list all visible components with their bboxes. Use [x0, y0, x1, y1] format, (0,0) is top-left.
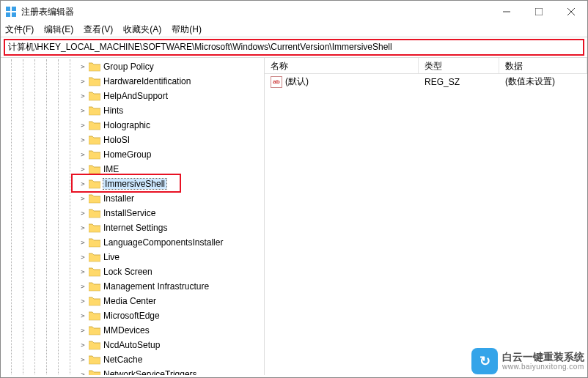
expand-icon[interactable]: >	[78, 341, 87, 349]
expand-icon[interactable]: >	[78, 326, 87, 335]
expand-icon[interactable]: >	[78, 62, 87, 71]
tree-item-label: NetworkServiceTriggers	[103, 369, 197, 375]
tree-item[interactable]: >LanguageComponentsInstaller	[1, 235, 264, 250]
watermark: ↻ 白云一键重装系统 www.baiyunxitong.com	[471, 348, 584, 374]
expand-icon[interactable]: >	[78, 311, 87, 320]
window-title: 注册表编辑器	[21, 6, 490, 18]
tree-item[interactable]: >Management Infrastructure	[1, 279, 264, 294]
tree-item-label: HoloSI	[103, 135, 130, 145]
address-bar-highlight	[4, 39, 584, 56]
expand-icon[interactable]: >	[78, 150, 87, 159]
app-icon	[5, 6, 17, 18]
tree-item[interactable]: >NetworkServiceTriggers	[1, 367, 264, 375]
tree-item[interactable]: >NetCache	[1, 352, 264, 367]
tree-item-label: Installer	[103, 193, 134, 204]
expand-icon[interactable]: >	[78, 136, 87, 144]
expand-icon[interactable]: >	[78, 92, 87, 100]
expand-icon[interactable]: >	[78, 106, 87, 115]
tree-item-label: InstallService	[103, 208, 155, 218]
svg-rect-3	[12, 12, 16, 17]
tree-item[interactable]: >Hints	[1, 103, 264, 118]
tree-item[interactable]: >Lock Screen	[1, 264, 264, 279]
value-row[interactable]: ab (默认) REG_SZ (数值未设置)	[265, 75, 587, 89]
tree-item[interactable]: >Holographic	[1, 118, 264, 133]
minimize-button[interactable]	[490, 1, 523, 23]
svg-rect-0	[6, 7, 10, 11]
value-name: (默认)	[285, 75, 309, 88]
svg-rect-5	[535, 8, 543, 15]
tree-item[interactable]: >Group Policy	[1, 59, 264, 74]
expand-icon[interactable]: >	[78, 238, 87, 247]
expand-icon[interactable]: >	[78, 370, 87, 375]
tree-item-label: LanguageComponentsInstaller	[103, 237, 223, 248]
tree-item[interactable]: >ImmersiveShell	[1, 177, 264, 191]
svg-rect-2	[6, 12, 10, 17]
tree-item[interactable]: >Installer	[1, 191, 264, 206]
expand-icon[interactable]: >	[78, 282, 87, 291]
tree-item-label: Live	[103, 252, 120, 262]
tree-item-label: HomeGroup	[103, 149, 151, 160]
tree-item[interactable]: >HelpAndSupport	[1, 89, 264, 103]
tree-item-label: ImmersiveShell	[103, 179, 166, 189]
values-header: 名称 类型 数据	[265, 58, 587, 74]
tree-item[interactable]: >MicrosoftEdge	[1, 308, 264, 323]
tree-item-label: HardwareIdentification	[103, 76, 191, 86]
expand-icon[interactable]: >	[78, 223, 87, 232]
svg-rect-1	[12, 7, 16, 11]
col-data[interactable]: 数据	[499, 58, 587, 73]
expand-icon[interactable]: >	[78, 165, 87, 174]
menu-help[interactable]: 帮助(H)	[172, 23, 202, 36]
tree-item-label: Group Policy	[103, 62, 154, 72]
expand-icon[interactable]: >	[78, 253, 87, 262]
expand-icon[interactable]: >	[78, 297, 87, 305]
menu-edit[interactable]: 编辑(E)	[44, 23, 73, 36]
expand-icon[interactable]: >	[78, 194, 87, 203]
tree-item[interactable]: >IME	[1, 162, 264, 177]
watermark-badge-icon: ↻	[471, 348, 498, 374]
address-bar[interactable]	[8, 42, 580, 53]
tree-item-label: NetCache	[103, 355, 142, 365]
tree-item-label: HelpAndSupport	[103, 91, 168, 101]
maximize-button[interactable]	[523, 1, 555, 23]
tree-item[interactable]: >Live	[1, 250, 264, 264]
menu-view[interactable]: 查看(V)	[84, 23, 113, 36]
value-type: REG_SZ	[419, 77, 499, 87]
close-button[interactable]	[555, 1, 587, 23]
tree-item-label: Holographic	[103, 120, 150, 130]
value-data: (数值未设置)	[499, 75, 587, 88]
values-pane[interactable]: 名称 类型 数据 ab (默认) REG_SZ (数值未设置) 新建(N) ▶	[265, 58, 587, 375]
tree-item[interactable]: >Internet Settings	[1, 220, 264, 235]
tree-item[interactable]: >HardwareIdentification	[1, 74, 264, 89]
tree-item-label: Media Center	[103, 296, 156, 306]
expand-icon[interactable]: >	[78, 179, 87, 188]
tree-item[interactable]: >HomeGroup	[1, 147, 264, 162]
tree-item-label: IME	[103, 164, 119, 174]
tree-item[interactable]: >MMDevices	[1, 323, 264, 338]
string-value-icon: ab	[271, 76, 282, 88]
tree-item[interactable]: >HoloSI	[1, 133, 264, 147]
tree-item-label: NcdAutoSetup	[103, 340, 160, 350]
tree-item-label: MicrosoftEdge	[103, 311, 160, 321]
menu-favorites[interactable]: 收藏夹(A)	[123, 23, 161, 36]
tree-item[interactable]: >Media Center	[1, 294, 264, 308]
tree-item-label: Lock Screen	[103, 267, 152, 277]
expand-icon[interactable]: >	[78, 77, 87, 86]
tree-item-label: Hints	[103, 105, 123, 116]
col-type[interactable]: 类型	[419, 58, 499, 73]
tree-item-label: MMDevices	[103, 325, 150, 336]
tree-item[interactable]: >NcdAutoSetup	[1, 338, 264, 352]
watermark-title: 白云一键重装系统	[502, 352, 584, 363]
tree-pane[interactable]: >Group Policy>HardwareIdentification>Hel…	[1, 58, 265, 375]
expand-icon[interactable]: >	[78, 209, 87, 218]
menu-file[interactable]: 文件(F)	[5, 23, 34, 36]
expand-icon[interactable]: >	[78, 267, 87, 276]
tree-item[interactable]: >InstallService	[1, 206, 264, 220]
col-name[interactable]: 名称	[265, 58, 419, 73]
tree-item-label: Management Infrastructure	[103, 281, 209, 292]
tree-item-label: Internet Settings	[103, 223, 167, 233]
watermark-url: www.baiyunxitong.com	[502, 363, 584, 371]
expand-icon[interactable]: >	[78, 121, 87, 130]
menu-bar: 文件(F) 编辑(E) 查看(V) 收藏夹(A) 帮助(H)	[1, 23, 587, 37]
expand-icon[interactable]: >	[78, 355, 87, 364]
